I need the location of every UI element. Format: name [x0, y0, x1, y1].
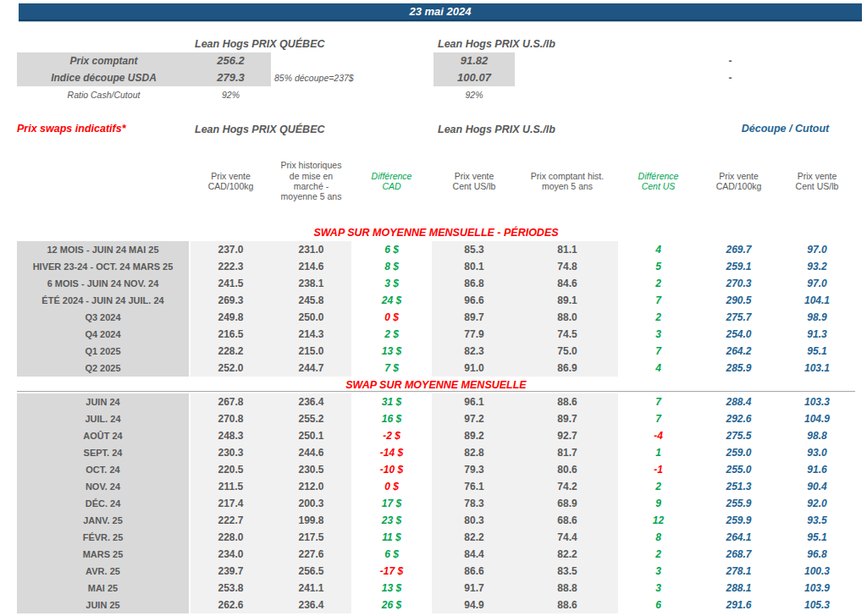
- period-prix-vente-cad: 241.5: [191, 275, 271, 292]
- month-prix-vente-us: 94.9: [432, 597, 516, 613]
- month-prix-vente-cad: 217.4: [191, 495, 271, 512]
- spot-dash: -: [699, 52, 762, 69]
- month-row-label: JUIL. 24: [17, 410, 191, 427]
- period-cutout-cad: 264.2: [699, 343, 779, 360]
- monthly-table-title: SWAP SUR MOYENNE MENSUELLE: [17, 378, 855, 392]
- period-row-label: Q4 2024: [17, 326, 191, 343]
- month-prix-comptant-hist-us: 82.2: [516, 546, 618, 563]
- swaps-title: Prix swaps indicatifs*: [17, 123, 126, 135]
- month-difference-us: -1: [618, 461, 699, 478]
- month-prix-historique-cad: 256.5: [271, 563, 351, 580]
- month-difference-cad: -14 $: [351, 444, 432, 461]
- month-cutout-cad: 291.6: [699, 597, 779, 613]
- month-prix-vente-us: 79.3: [432, 461, 516, 478]
- month-prix-comptant-hist-us: 68.6: [516, 512, 618, 529]
- monthly-table: JUIN 24267.8236.431 $96.188.67288.4103.3…: [17, 393, 855, 613]
- period-cutout-us: 97.0: [779, 241, 855, 258]
- period-prix-comptant-hist-us: 84.6: [516, 275, 618, 292]
- period-prix-vente-us: 86.8: [432, 275, 516, 292]
- period-prix-vente-us: 80.1: [432, 258, 516, 275]
- month-difference-cad: 6 $: [351, 546, 432, 563]
- cutout-85-note: 85% découpe=237$: [274, 69, 427, 86]
- month-row-label: JANV. 25: [17, 512, 191, 529]
- month-difference-cad: 26 $: [351, 597, 432, 613]
- column-header-prix-vente-us: Prix vente Cent US/lb: [432, 152, 516, 210]
- period-prix-comptant-hist-us: 75.0: [516, 343, 618, 360]
- month-prix-comptant-hist-us: 74.4: [516, 529, 618, 546]
- date-banner: 23 mai 2024: [19, 3, 862, 21]
- month-prix-vente-cad: 228.0: [191, 529, 271, 546]
- month-difference-cad: 31 $: [351, 393, 432, 410]
- month-prix-comptant-hist-us: 88.6: [516, 393, 618, 410]
- column-header-difference-us: Différence Cent US: [618, 152, 699, 210]
- month-prix-comptant-hist-us: 88.6: [516, 597, 618, 613]
- month-prix-comptant-hist-us: 83.5: [516, 563, 618, 580]
- month-cutout-us: 104.9: [779, 410, 855, 427]
- spot-us-value: 100.07: [434, 69, 515, 86]
- period-prix-comptant-hist-us: 88.0: [516, 309, 618, 326]
- month-cutout-us: 92.0: [779, 495, 855, 512]
- period-cutout-cad: 259.1: [699, 258, 779, 275]
- period-difference-cad: 0 $: [351, 309, 432, 326]
- period-cutout-cad: 290.5: [699, 292, 779, 309]
- period-prix-vente-cad: 249.8: [191, 309, 271, 326]
- period-cutout-cad: 270.3: [699, 275, 779, 292]
- month-row-label: AVR. 25: [17, 563, 191, 580]
- month-cutout-us: 96.8: [779, 546, 855, 563]
- month-prix-vente-cad: 239.7: [191, 563, 271, 580]
- cutout-header: Découpe / Cutout: [707, 123, 864, 135]
- period-cutout-us: 103.1: [779, 360, 855, 377]
- period-prix-historique-cad: 238.1: [271, 275, 351, 292]
- spot-quebec-value: 256.2: [191, 52, 271, 69]
- month-cutout-us: 90.4: [779, 478, 855, 495]
- month-difference-cad: -10 $: [351, 461, 432, 478]
- month-prix-vente-us: 97.2: [432, 410, 516, 427]
- month-prix-vente-us: 78.3: [432, 495, 516, 512]
- period-difference-cad: 3 $: [351, 275, 432, 292]
- month-prix-vente-cad: 234.0: [191, 546, 271, 563]
- period-prix-vente-us: 85.3: [432, 241, 516, 258]
- column-header-cutout-us: Prix vente Cent US/lb: [779, 152, 855, 210]
- month-cutout-cad: 255.0: [699, 461, 779, 478]
- month-difference-us: 6: [618, 597, 699, 613]
- month-cutout-us: 93.0: [779, 444, 855, 461]
- period-difference-us: 7: [618, 292, 699, 309]
- month-row-label: MARS 25: [17, 546, 191, 563]
- period-row-label: 6 MOIS - JUIN 24 NOV. 24: [17, 275, 191, 292]
- periods-table: 12 MOIS - JUIN 24 MAI 25237.0231.06 $85.…: [17, 241, 855, 377]
- month-cutout-cad: 259.9: [699, 512, 779, 529]
- month-difference-us: -4: [618, 427, 699, 444]
- spot-dash: -: [699, 69, 762, 86]
- month-difference-us: 8: [618, 529, 699, 546]
- period-prix-historique-cad: 231.0: [271, 241, 351, 258]
- period-prix-vente-cad: 269.3: [191, 292, 271, 309]
- spot-row-label: Indice découpe USDA: [17, 69, 191, 86]
- month-prix-historique-cad: 199.8: [271, 512, 351, 529]
- month-prix-vente-us: 82.2: [432, 529, 516, 546]
- month-difference-cad: 17 $: [351, 495, 432, 512]
- period-cutout-us: 98.9: [779, 309, 855, 326]
- period-prix-vente-us: 82.3: [432, 343, 516, 360]
- month-cutout-us: 91.6: [779, 461, 855, 478]
- month-difference-cad: 0 $: [351, 478, 432, 495]
- month-difference-cad: 13 $: [351, 580, 432, 597]
- month-prix-comptant-hist-us: 81.7: [516, 444, 618, 461]
- month-prix-vente-cad: 270.8: [191, 410, 271, 427]
- month-cutout-us: 95.1: [779, 529, 855, 546]
- spot-us-header: Lean Hogs PRIX U.S./lb: [438, 37, 555, 51]
- period-prix-vente-us: 96.6: [432, 292, 516, 309]
- month-prix-comptant-hist-us: 92.7: [516, 427, 618, 444]
- column-header-prix-vente-cad: Prix vente CAD/100kg: [191, 152, 271, 210]
- month-row-label: FÉVR. 25: [17, 529, 191, 546]
- period-cutout-us: 91.3: [779, 326, 855, 343]
- month-prix-vente-us: 82.8: [432, 444, 516, 461]
- month-row-label: OCT. 24: [17, 461, 191, 478]
- period-prix-historique-cad: 214.3: [271, 326, 351, 343]
- period-cutout-us: 95.1: [779, 343, 855, 360]
- month-row-label: NOV. 24: [17, 478, 191, 495]
- month-prix-historique-cad: 212.0: [271, 478, 351, 495]
- period-difference-us: 5: [618, 258, 699, 275]
- period-prix-historique-cad: 214.6: [271, 258, 351, 275]
- month-prix-comptant-hist-us: 89.7: [516, 410, 618, 427]
- period-difference-us: 4: [618, 241, 699, 258]
